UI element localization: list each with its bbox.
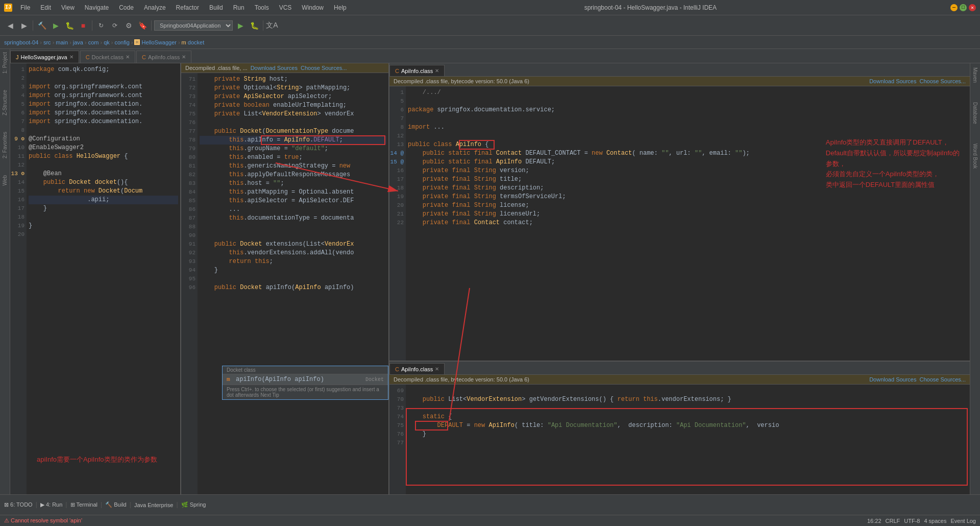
tab-helloswagger[interactable]: J HelloSwagger.java ✕ (10, 51, 79, 63)
bottom-run[interactable]: ▶ 4: Run (40, 501, 62, 508)
breadcrumb-helloswagger[interactable]: HelloSwagger (141, 39, 176, 45)
breadcrumb-config[interactable]: config (114, 39, 129, 45)
tab-apiinfo-1[interactable]: C ApiInfo.class ✕ (136, 51, 191, 63)
sidebar-wordbook[interactable]: Word Book (971, 141, 979, 171)
title-bar: IJ File Edit View Navigate Code Analyze … (0, 0, 980, 15)
run-config-dropdown[interactable]: Springboot04Application (154, 20, 233, 31)
breadcrumb-project[interactable]: springboot-04 (4, 39, 38, 45)
sidebar-item-structure[interactable]: Z-Structure (1, 87, 9, 118)
menu-help[interactable]: Help (330, 3, 351, 12)
sidebar-item-web[interactable]: Web (1, 172, 9, 188)
right-top-code-content[interactable]: /.../ package springfox.documentation.se… (406, 86, 970, 361)
run-config-run[interactable]: ▶ (234, 19, 247, 32)
middle-code-content[interactable]: private String host; private Optional<St… (198, 73, 388, 494)
right-bottom-tab-close[interactable]: ✕ (435, 366, 439, 372)
close-button[interactable]: ✕ (969, 4, 976, 11)
sidebar-item-project[interactable]: 1: Project (1, 49, 9, 77)
left-code-content[interactable]: package com.qk.config; import org.spring… (27, 63, 180, 494)
right-pane-bottom: C ApiInfo.class ✕ Decompiled .class file… (389, 362, 970, 494)
right-tab-close[interactable]: ✕ (435, 68, 439, 74)
tab-helloswagger-close[interactable]: ✕ (69, 54, 74, 60)
menu-window[interactable]: Window (298, 3, 328, 12)
sidebar-maven[interactable]: Maven (971, 65, 979, 85)
right-bottom-tab-label: ApiInfo.class (401, 366, 433, 372)
breadcrumb-class[interactable]: 🅷 (134, 39, 140, 45)
status-indent[interactable]: 4 spaces (924, 518, 946, 524)
breadcrumb-qk[interactable]: qk (104, 39, 110, 45)
tab-helloswagger-label: HelloSwagger.java (21, 54, 67, 60)
menu-tools[interactable]: Tools (251, 3, 273, 12)
right-top-choose-sources[interactable]: Choose Sources... (920, 78, 966, 84)
right-tab-apiinfo[interactable]: C ApiInfo.class ✕ (389, 65, 445, 76)
menu-navigate[interactable]: Navigate (81, 3, 113, 12)
middle-download-sources[interactable]: Download Sources (251, 65, 298, 71)
menu-bar: File Edit View Navigate Code Analyze Ref… (16, 3, 351, 12)
menu-view[interactable]: View (57, 3, 79, 12)
minimize-button[interactable]: — (950, 4, 958, 11)
right-top-download-sources[interactable]: Download Sources (869, 78, 916, 84)
autocomplete-method-icon: m (227, 376, 233, 382)
build-button[interactable]: 🔨 (36, 19, 48, 32)
tab-docket-close[interactable]: ✕ (126, 54, 130, 60)
menu-file[interactable]: File (16, 3, 34, 12)
sidebar-item-favorites[interactable]: 2: Favorites (1, 129, 9, 161)
menu-refactor[interactable]: Refactor (172, 3, 203, 12)
tab-docket[interactable]: C Docket.class ✕ (80, 51, 135, 63)
settings-button[interactable]: ⚙ (122, 19, 135, 32)
breadcrumb-com[interactable]: com (88, 39, 99, 45)
middle-choose-sources[interactable]: Choose Sources... (301, 65, 347, 71)
right-bottom-code-content[interactable]: public List<VendorExtension> getVendorEx… (406, 385, 970, 494)
right-bottom-choose-sources[interactable]: Choose Sources... (920, 376, 966, 382)
right-top-line-numbers: 1 5 6 7 8 12 13 14 @ 15 @ 16 17 (389, 86, 406, 361)
right-bottom-tab-apiinfo[interactable]: C ApiInfo.class ✕ (389, 363, 445, 374)
tab-class-icon-1: C (86, 54, 90, 60)
left-annotation: apiInfo需要一个ApiInfo类型的类作为参数 (37, 455, 157, 464)
stop-button[interactable]: ■ (77, 19, 89, 32)
menu-vcs[interactable]: VCS (275, 3, 296, 12)
bottom-java-enterprise[interactable]: Java Enterprise (134, 502, 173, 508)
breadcrumb-src[interactable]: src (43, 39, 51, 45)
toolbar-separator-3 (151, 20, 152, 31)
autocomplete-breadcrumb: Docket class (223, 366, 388, 374)
breadcrumb-java[interactable]: java (73, 39, 83, 45)
toolbar-separator-1 (33, 20, 33, 31)
menu-analyze[interactable]: Analyze (140, 3, 170, 12)
run-config-debug[interactable]: 🐛 (248, 19, 260, 32)
status-encoding[interactable]: UTF-8 (904, 518, 920, 524)
breadcrumb-docket[interactable]: docket (188, 39, 204, 45)
maximize-button[interactable]: □ (960, 4, 967, 11)
autocomplete-hint: Press Ctrl+. to choose the selected (or … (223, 385, 388, 399)
sidebar-database[interactable]: Database (971, 100, 979, 126)
toolbar: ◀ ▶ 🔨 ▶ 🐛 ■ ↻ ⟳ ⚙ 🔖 Springboot04Applicat… (0, 15, 980, 36)
menu-code[interactable]: Code (115, 3, 138, 12)
update-button[interactable]: ↻ (95, 19, 107, 32)
status-event-log[interactable]: Event Log (950, 518, 976, 524)
bottom-spring[interactable]: 🌿 Spring (181, 501, 206, 508)
bottom-todo[interactable]: ⊠ 6: TODO (4, 501, 33, 508)
window-title: springboot-04 - HelloSwagger.java - Inte… (584, 4, 717, 11)
debug-button[interactable]: 🐛 (63, 19, 76, 32)
autocomplete-popup: Docket class m apiInfo(ApiInfo apiInfo) … (222, 366, 388, 400)
tab-bar: J HelloSwagger.java ✕ C Docket.class ✕ C… (10, 49, 980, 63)
status-crlf[interactable]: CRLF (886, 518, 900, 524)
left-code-area: 1 2 3 4 5 6 7 8 9 ⚙ 10 11 12 13 (10, 63, 180, 494)
breadcrumb-main[interactable]: main (56, 39, 68, 45)
run-button[interactable]: ▶ (50, 19, 62, 32)
right-bottom-download-sources[interactable]: Download Sources (869, 376, 916, 382)
bottom-terminal[interactable]: ⊞ Terminal (70, 501, 97, 508)
tab-apiinfo1-close[interactable]: ✕ (182, 54, 186, 60)
menu-run[interactable]: Run (229, 3, 249, 12)
translate-button[interactable]: 文A (266, 19, 278, 32)
autocomplete-item-selected[interactable]: m apiInfo(ApiInfo apiInfo) Docket (223, 374, 388, 385)
right-tab-icon: C (395, 68, 399, 74)
bottom-toolbar: ⊠ 6: TODO | ▶ 4: Run | ⊞ Terminal | 🔨 Bu… (0, 494, 980, 515)
menu-build[interactable]: Build (205, 3, 227, 12)
forward-button[interactable]: ▶ (18, 19, 30, 32)
sync-button[interactable]: ⟳ (109, 19, 121, 32)
back-button[interactable]: ◀ (4, 19, 16, 32)
right-top-code-area: 1 5 6 7 8 12 13 14 @ 15 @ 16 17 (389, 86, 970, 361)
bookmark-button[interactable]: 🔖 (136, 19, 149, 32)
right-bottom-decompiled-banner: Decompiled .class file, bytecode version… (389, 375, 970, 385)
menu-edit[interactable]: Edit (36, 3, 55, 12)
bottom-build[interactable]: 🔨 Build (105, 501, 127, 508)
